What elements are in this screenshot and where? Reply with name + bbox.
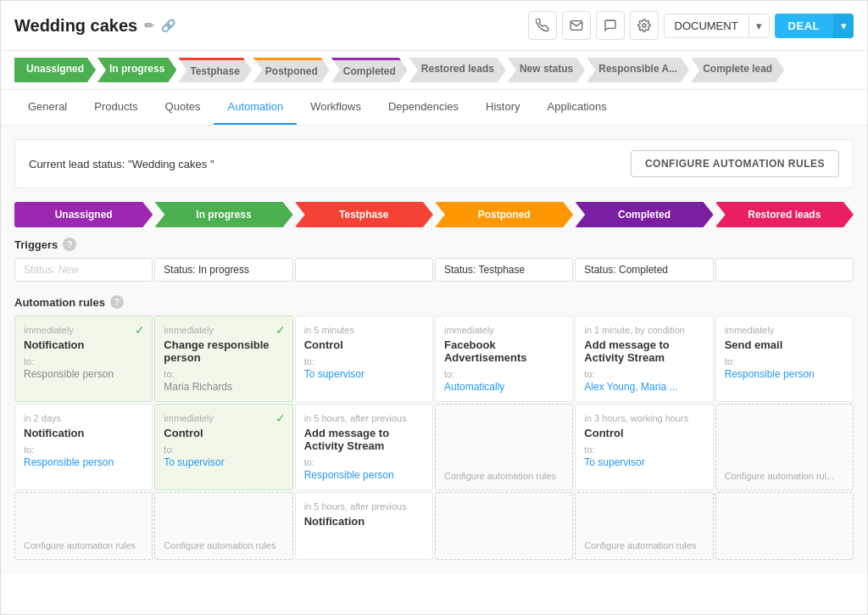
automation-label: Automation rules	[14, 296, 105, 309]
triggers-section-header: Triggers ?	[14, 238, 854, 251]
trigger-empty2	[715, 258, 854, 282]
settings-button[interactable]	[630, 11, 659, 40]
document-main-button[interactable]: DOCUMENT	[665, 14, 749, 37]
auto-card-control3[interactable]: in 3 hours, working hours Control to: To…	[575, 404, 713, 490]
auto-to: to:	[725, 356, 844, 366]
status-newstatus[interactable]: New status	[508, 58, 585, 82]
auto-card-configure3[interactable]: Configure automation rules	[14, 492, 153, 560]
current-status-text: Current lead status: "Wedding cakes "	[29, 158, 214, 171]
auto-timing: immediately	[444, 325, 564, 335]
auto-timing: in 3 hours, working hours	[584, 413, 704, 423]
auto-timing: in 5 hours, after previous	[304, 501, 424, 512]
link-icon[interactable]: 🔗	[161, 19, 175, 32]
auto-card-control1[interactable]: in 5 minutes Control to: To supervisor	[295, 316, 433, 402]
automation-grid-row2: in 2 days Notification to: Responsible p…	[14, 404, 854, 490]
tab-automation[interactable]: Automation	[214, 90, 297, 125]
auto-to: to:	[164, 369, 283, 379]
phone-button[interactable]	[528, 11, 557, 40]
tab-general[interactable]: General	[14, 90, 81, 125]
trigger-inprogress[interactable]: Status: In progress	[154, 258, 292, 282]
auto-dest: Responsible person	[725, 368, 844, 380]
auto-to: to:	[24, 444, 143, 455]
header-actions: DOCUMENT ▾ DEAL ▾	[528, 11, 854, 40]
status-completelead[interactable]: Complete lead	[691, 58, 784, 82]
triggers-label: Triggers	[14, 238, 58, 251]
deal-main-button[interactable]: DEAL	[775, 14, 833, 38]
auto-title: Notification	[24, 338, 143, 351]
auto-dest: Responsible person	[24, 368, 143, 380]
tab-applications[interactable]: Applications	[534, 90, 620, 125]
auto-timing: immediately	[725, 325, 844, 335]
automation-grid-row3: Configure automation rules Configure aut…	[14, 492, 854, 560]
status-completed[interactable]: Completed	[331, 58, 408, 82]
auto-card-configure2[interactable]: Configure automation rul...	[715, 404, 854, 490]
automation-grid-row1: immediately Notification to: Responsible…	[14, 316, 854, 402]
document-button[interactable]: DOCUMENT ▾	[664, 14, 770, 38]
check-icon: ✓	[275, 323, 286, 337]
pipeline-stages: Unassigned In progress Testphase Postpon…	[14, 202, 854, 227]
configure-automation-button[interactable]: CONFIGURE AUTOMATION RULES	[631, 150, 839, 177]
pipeline-testphase[interactable]: Testphase	[295, 202, 433, 227]
deal-arrow-button[interactable]: ▾	[833, 14, 854, 38]
pipeline-postponed[interactable]: Postponed	[435, 202, 573, 227]
status-restored[interactable]: Restored leads	[409, 58, 506, 82]
auto-card-notification1[interactable]: immediately Notification to: Responsible…	[14, 316, 153, 402]
tab-products[interactable]: Products	[81, 90, 151, 125]
header: Wedding cakes ✏ 🔗 DOCUMENT ▾ DEAL	[1, 1, 867, 51]
auto-dest: Alex Young, Maria ...	[584, 381, 704, 393]
auto-card-sendemail[interactable]: immediately Send email to: Responsible p…	[715, 316, 854, 402]
auto-title: Facebook Advertisements	[444, 338, 564, 364]
auto-dest: To supervisor	[584, 456, 704, 468]
pipeline-inprogress[interactable]: In progress	[154, 202, 292, 227]
edit-icon[interactable]: ✏	[144, 19, 154, 32]
auto-dest: Responsible person	[304, 469, 424, 481]
auto-title: Change responsible person	[164, 338, 283, 364]
auto-dest: To supervisor	[304, 368, 424, 380]
status-unassigned[interactable]: Unassigned	[14, 58, 96, 82]
auto-dest: Automatically	[444, 381, 564, 393]
auto-title: Control	[164, 427, 283, 439]
tab-dependencies[interactable]: Dependencies	[375, 90, 472, 125]
configure-label: Configure automation rul...	[725, 471, 835, 481]
auto-card-configure4[interactable]: Configure automation rules	[154, 492, 292, 560]
auto-card-empty2	[715, 492, 854, 560]
configure-label: Configure automation rules	[164, 540, 275, 551]
configure-label: Configure automation rules	[24, 540, 136, 551]
status-testphase[interactable]: Testphase	[178, 58, 251, 82]
email-button[interactable]	[562, 11, 591, 40]
auto-card-notification2[interactable]: in 2 days Notification to: Responsible p…	[14, 404, 153, 490]
auto-card-facebook[interactable]: immediately Facebook Advertisements to: …	[435, 316, 573, 402]
chat-button[interactable]	[596, 11, 625, 40]
status-responsible[interactable]: Responsible A...	[587, 58, 689, 82]
tab-quotes[interactable]: Quotes	[152, 90, 214, 125]
auto-card-activity2[interactable]: in 5 hours, after previous Add message t…	[295, 404, 433, 490]
trigger-empty1	[295, 258, 433, 282]
configure-label: Configure automation rules	[584, 540, 696, 551]
pipeline-restored[interactable]: Restored leads	[715, 202, 854, 227]
trigger-new[interactable]: Status: New	[14, 258, 153, 282]
auto-card-control2[interactable]: immediately Control to: To supervisor ✓	[154, 404, 292, 490]
check-icon: ✓	[135, 323, 145, 337]
status-postponed[interactable]: Postponed	[253, 58, 330, 82]
status-inprogress[interactable]: In progress	[97, 58, 176, 82]
document-arrow-button[interactable]: ▾	[749, 14, 769, 37]
triggers-row: Status: New Status: In progress Status: …	[14, 258, 854, 282]
automation-help-icon[interactable]: ?	[110, 295, 124, 309]
chat-icon	[604, 19, 617, 32]
pipeline-unassigned[interactable]: Unassigned	[14, 202, 153, 227]
auto-card-configure5[interactable]: Configure automation rules	[575, 492, 713, 560]
auto-card-configure1[interactable]: Configure automation rules	[435, 404, 573, 490]
triggers-help-icon[interactable]: ?	[63, 238, 76, 251]
auto-card-notification3[interactable]: in 5 hours, after previous Notification	[295, 492, 433, 560]
tab-history[interactable]: History	[472, 90, 533, 125]
trigger-completed[interactable]: Status: Completed	[575, 258, 713, 282]
tab-workflows[interactable]: Workflows	[297, 90, 375, 125]
deal-button[interactable]: DEAL ▾	[775, 14, 854, 38]
auto-timing: in 5 minutes	[304, 325, 424, 335]
auto-card-change-responsible[interactable]: immediately Change responsible person to…	[154, 316, 292, 402]
header-title-area: Wedding cakes ✏ 🔗	[14, 16, 175, 36]
trigger-testphase[interactable]: Status: Testphase	[435, 258, 573, 282]
auto-card-activity1[interactable]: in 1 minute, by condition Add message to…	[575, 316, 713, 402]
auto-title: Add message to Activity Stream	[584, 338, 704, 364]
pipeline-completed[interactable]: Completed	[575, 202, 713, 227]
